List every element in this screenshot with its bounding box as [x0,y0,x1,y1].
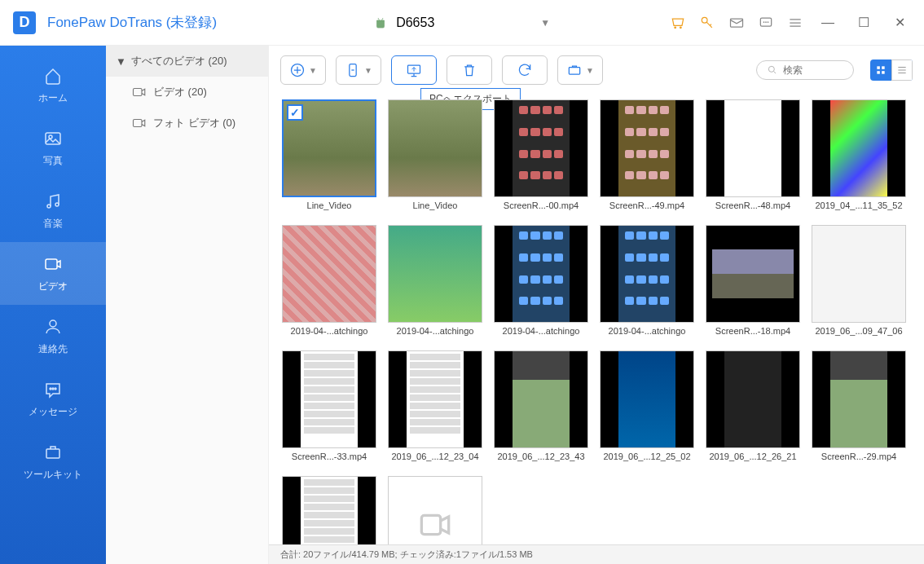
main-area: ▼ ▼ ▼ PCへエクスポート ✓Line_VideoLine_VideoScr… [269,46,924,564]
sidebar-item-music[interactable]: 音楽 [0,179,106,242]
thumb-image [706,225,800,323]
close-button[interactable]: ✕ [888,11,911,34]
folder-label: フォト ビデオ (0) [153,116,235,130]
maximize-button[interactable]: ☐ [852,11,875,34]
video-thumbnail[interactable]: ScreenR...-00.mp4 [492,99,590,210]
menu-icon[interactable] [787,15,803,31]
sidebar-item-toolkit[interactable]: ツールキット [0,430,106,493]
video-thumbnail[interactable]: 2019_06_...12_23_43 [492,350,590,461]
thumb-image [282,476,376,544]
add-button[interactable]: ▼ [280,55,326,85]
folder-root[interactable]: ▼ すべてのビデオ (20) [106,46,268,77]
thumb-label: 2019-04-...atchingo [388,326,482,336]
video-thumbnail[interactable]: ScreenR...-49.mp4 [598,99,696,210]
video-thumbnail[interactable]: ✓Line_Video [280,99,378,210]
video-thumbnail[interactable] [386,476,484,544]
thumb-image [388,476,482,544]
sidebar-item-message[interactable]: メッセージ [0,368,106,430]
folder-item[interactable]: ビデオ (20) [106,77,268,108]
toolbox-button[interactable]: ▼ [557,55,603,85]
sidebar-item-label: 音楽 [43,217,63,231]
sidebar-item-label: 写真 [43,154,63,168]
video-thumbnail[interactable]: 2019_04_...11_35_52 [810,99,908,210]
export-pc-button[interactable] [391,55,437,85]
cart-icon[interactable] [670,15,686,31]
android-icon [373,15,388,30]
sidebar-item-video[interactable]: ビデオ [0,242,106,305]
thumb-image [388,99,482,197]
app-title: FonePaw DoTrans (未登録) [47,13,217,32]
svg-rect-25 [877,71,880,74]
app-logo: D [13,11,36,34]
list-view-button[interactable] [891,59,913,81]
svg-rect-27 [421,515,440,534]
video-thumbnail[interactable]: Line_Video [386,99,484,210]
music-icon [42,191,64,212]
svg-point-8 [47,205,51,208]
video-thumbnail[interactable]: 2019_06_...12_23_04 [386,350,484,461]
device-selector[interactable]: D6653 ▼ [363,11,560,35]
chevron-down-icon: ▼ [309,66,317,75]
svg-point-22 [768,66,774,72]
titlebar: D FonePaw DoTrans (未登録) D6653 ▼ — ☐ ✕ [0,0,924,46]
thumb-image [706,99,800,197]
mail-icon[interactable] [728,15,745,31]
home-icon [42,65,64,86]
svg-point-3 [763,21,765,23]
message-icon [42,379,64,400]
sidebar-item-label: メッセージ [29,405,77,419]
video-thumbnail[interactable]: 2019_06_...12_25_02 [598,350,696,461]
sidebar-item-label: 連絡先 [38,342,68,356]
svg-rect-15 [46,449,59,458]
key-icon[interactable] [699,15,715,31]
video-thumbnail[interactable]: ScreenR...-29.mp4 [810,350,908,461]
thumb-image [812,350,906,448]
thumb-label: 2019_06_...12_23_04 [388,452,482,461]
svg-rect-24 [882,66,885,69]
feedback-icon[interactable] [758,15,774,31]
svg-rect-16 [134,89,143,96]
video-thumbnail[interactable]: 2019-04-...atchingo [386,225,484,336]
thumb-label: 2019_06_...09_47_06 [812,326,906,336]
refresh-button[interactable] [502,55,548,85]
svg-rect-17 [134,120,143,127]
search-box[interactable] [756,60,854,80]
thumb-image [812,99,906,197]
search-input[interactable] [783,64,840,76]
thumb-image [388,350,482,448]
video-thumbnail[interactable]: 2019-04-...atchingo [598,225,696,336]
minimize-button[interactable]: — [816,11,839,34]
sidebar-item-home[interactable]: ホーム [0,54,106,117]
svg-point-4 [765,21,767,23]
video-thumbnail[interactable]: ScreenR...-48.mp4 [704,99,802,210]
thumb-image [494,350,588,448]
video-thumbnail[interactable]: 2019_06_...09_47_06 [810,225,908,336]
search-icon [767,64,778,76]
svg-point-11 [50,320,56,327]
video-icon [132,86,147,98]
sidebar-item-label: ビデオ [38,280,68,293]
svg-point-13 [52,388,54,390]
sidebar-item-photo[interactable]: 写真 [0,117,106,179]
thumb-label: ScreenR...-18.mp4 [706,326,800,336]
export-device-button[interactable]: ▼ [336,55,381,85]
folder-item[interactable]: フォト ビデオ (0) [106,108,268,139]
video-thumbnail[interactable] [280,476,378,544]
video-thumbnail[interactable]: 2019_06_...12_26_21 [704,350,802,461]
thumb-image [706,350,800,448]
svg-point-14 [55,388,56,390]
check-icon: ✓ [287,104,303,121]
video-thumbnail[interactable]: ScreenR...-33.mp4 [280,350,378,461]
sidebar: ホーム写真音楽ビデオ連絡先メッセージツールキット [0,46,106,564]
thumb-label: 2019_06_...12_23_43 [494,452,588,461]
folder-panel: ▼ すべてのビデオ (20) ビデオ (20)フォト ビデオ (0) [106,46,269,564]
svg-point-12 [50,388,51,390]
video-thumbnail[interactable]: 2019-04-...atchingo [280,225,378,336]
view-toggle [870,59,913,81]
chevron-down-icon: ▼ [116,55,126,68]
grid-view-button[interactable] [870,59,891,81]
video-thumbnail[interactable]: ScreenR...-18.mp4 [704,225,802,336]
delete-button[interactable] [447,55,492,85]
sidebar-item-contact[interactable]: 連絡先 [0,305,106,368]
video-thumbnail[interactable]: 2019-04-...atchingo [492,225,590,336]
